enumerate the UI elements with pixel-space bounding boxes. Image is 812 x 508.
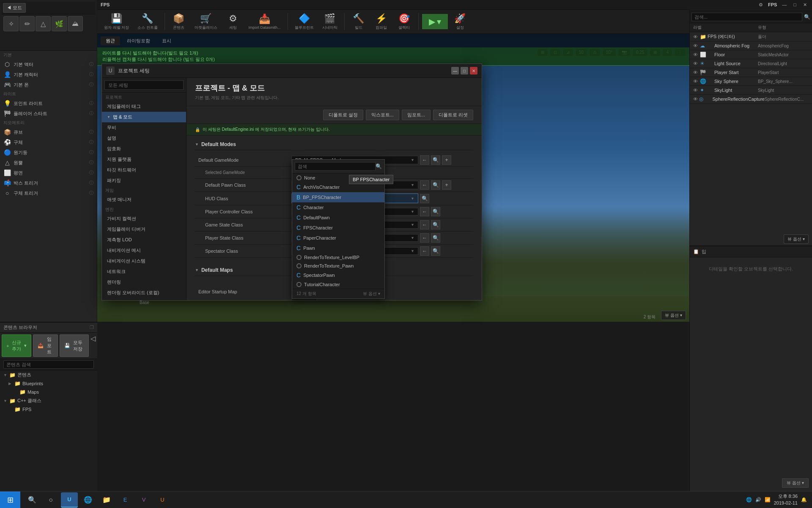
mode-item-playerstart[interactable]: 🏁 플레이어 스타트 ⓘ xyxy=(0,108,97,119)
tree-cpp[interactable]: ▼ 📁 C++ 클래스 xyxy=(0,396,97,405)
scene-icon-4[interactable]: ⛰ xyxy=(68,16,83,31)
play-btn[interactable]: ▶ ▾ xyxy=(422,14,448,29)
taskbar-search-btn[interactable]: 🔍 xyxy=(24,492,41,508)
set-default-btn[interactable]: 디폴트로 설정 xyxy=(323,110,363,120)
vp-tab-perspective[interactable]: 원근 xyxy=(101,36,120,45)
outliner-search-input[interactable] xyxy=(691,13,802,21)
taskbar-ue4-btn[interactable]: U xyxy=(61,492,78,508)
outliner-row-skylight[interactable]: 👁 ✦ SkyLight SkyLight xyxy=(690,86,812,95)
dialog-minimize-btn[interactable]: — xyxy=(451,67,459,75)
cb-collapse-btn[interactable]: ❐ xyxy=(90,325,94,330)
vp-tab-show[interactable]: 표시 xyxy=(157,36,176,45)
taskbar-chrome-btn[interactable]: 🌐 xyxy=(80,492,96,508)
cb-collapse-left-btn[interactable]: ◁ xyxy=(91,334,96,357)
tree-maps[interactable]: 📁 Maps xyxy=(0,388,97,396)
cone-info-btn[interactable]: ⓘ xyxy=(89,160,93,166)
mode-item-cylinder[interactable]: 🔵 원기둥 ⓘ xyxy=(0,147,97,157)
tb-blueprint-btn[interactable]: 🔷 블루프린트 xyxy=(291,11,317,32)
outliner-row-fps[interactable]: 👁 📁 FPS (에디터) 폴더 xyxy=(690,32,812,41)
taskbar-explorer-btn[interactable]: 📁 xyxy=(98,492,115,508)
hud-search-icon[interactable]: 🔍 xyxy=(420,194,429,203)
sidebar-streaming[interactable]: 스트리밍 xyxy=(102,298,186,300)
pc-arrow-btn[interactable]: ← xyxy=(420,207,429,216)
pawn-arrow-btn[interactable]: ← xyxy=(420,180,429,190)
mode-item-pawn[interactable]: 🎮 기본 폰 ⓘ xyxy=(0,80,97,90)
tb-source-btn[interactable]: 🔧 소스 컨트롤 xyxy=(134,11,161,32)
dp-tutorial[interactable]: TutorialCharacter xyxy=(292,280,384,289)
reset-default-btn[interactable]: 디폴트로 리셋 xyxy=(433,110,473,120)
mode-item-cone[interactable]: △ 원뿔 ⓘ xyxy=(0,157,97,168)
dp-rtlevel[interactable]: RenderToTexture_LevelBP xyxy=(292,253,384,262)
dp-search-input[interactable] xyxy=(295,162,376,171)
ps-arrow-btn[interactable]: ← xyxy=(420,233,429,243)
outliner-view-options-btn[interactable]: 뷰 옵션 ▾ xyxy=(784,235,809,244)
gamemode-add-btn[interactable]: + xyxy=(442,155,451,165)
pawn-add-btn[interactable]: + xyxy=(442,180,451,190)
spheretrigger-info-btn[interactable]: ⓘ xyxy=(89,190,93,196)
sphere-info-btn[interactable]: ⓘ xyxy=(89,139,93,145)
scene-icon-1[interactable]: ✏ xyxy=(19,16,35,31)
pointlight-info-btn[interactable]: ⓘ xyxy=(89,100,93,106)
outliner-row-atmos[interactable]: 👁 ☁ Atmospheric Fog AtmosphericFog xyxy=(690,41,812,50)
tree-content[interactable]: ▼ 📁 콘텐츠 xyxy=(0,370,97,379)
tb-build-btn[interactable]: 🔨 빌드 xyxy=(348,11,369,32)
tb-content-btn[interactable]: 📦 콘텐츠 xyxy=(168,11,189,32)
tb-cinematic-btn[interactable]: 🎬 시네마틱 xyxy=(319,11,341,32)
sidebar-gameplay-debugger[interactable]: 게임플레이 디버거 xyxy=(102,224,186,235)
tb-compile-btn[interactable]: ⚡ 컴파일 xyxy=(371,11,392,32)
pawn-info-btn[interactable]: ⓘ xyxy=(89,82,93,88)
taskbar-ue-editor-btn[interactable]: U xyxy=(154,492,171,508)
taskbar-vs-btn[interactable]: V xyxy=(135,492,152,508)
tb-launch-btn[interactable]: 🚀 설정 xyxy=(450,11,471,32)
outliner-view-options[interactable]: 뷰 옵션 ▾ xyxy=(784,235,809,244)
dp-fpschr[interactable]: C FPSCharacter xyxy=(292,223,384,233)
tb-select-btn[interactable]: 🎯 셀렉티 xyxy=(394,11,415,32)
tb-market-btn[interactable]: 🛒 마켓플레이스 xyxy=(191,11,221,32)
sidebar-navsystem[interactable]: 내비게이션 시스템 xyxy=(102,256,186,266)
mode-item-cube[interactable]: 📦 큐브 ⓘ xyxy=(0,127,97,137)
dp-spectator[interactable]: C SpectatorPawn xyxy=(292,270,384,280)
mode-item-pointlight[interactable]: 💡 포인트 라이트 ⓘ xyxy=(0,98,97,108)
dp-rtpawn[interactable]: RenderToTexture_Pawn xyxy=(292,262,384,270)
outliner-row-sphere-reflect[interactable]: 👁 ◎ SphereReflectionCapture SphereReflec… xyxy=(690,95,812,104)
tb-settings-btn[interactable]: ⚙ 세팅 xyxy=(222,11,244,32)
tb-save-btn[interactable]: 💾 원자 레벨 저장 xyxy=(101,11,132,32)
scene-icon-3[interactable]: 🌿 xyxy=(52,16,67,31)
mode-item-boxtrigger[interactable]: 📫 박스 트리거 ⓘ xyxy=(0,178,97,188)
vp-view-options-btn[interactable]: 뷰 옵션 ▾ xyxy=(661,311,686,320)
dp-paperchr[interactable]: C PaperCharacter xyxy=(292,233,384,243)
scene-icon-2[interactable]: △ xyxy=(36,16,51,31)
dp-view-options-btn[interactable]: 뷰 옵션 ▾ xyxy=(363,291,380,297)
taskbar-epic-btn[interactable]: E xyxy=(117,492,134,508)
mode-item-sphere[interactable]: ⚽ 구체 ⓘ xyxy=(0,137,97,147)
sidebar-rendering-local[interactable]: 렌더링 오버라이드 (로컬) xyxy=(102,287,186,298)
mode-toggle-btn[interactable]: ◀ 모드 xyxy=(3,3,26,13)
plane-info-btn[interactable]: ⓘ xyxy=(89,170,93,176)
char-info-btn[interactable]: ⓘ xyxy=(89,72,93,77)
sidebar-target-hw[interactable]: 타깃 하드웨어 xyxy=(102,165,186,175)
sidebar-movie[interactable]: 무비 xyxy=(102,122,186,133)
default-modes-header[interactable]: ▼ Default Modes xyxy=(195,139,473,150)
actor-info-btn[interactable]: ⓘ xyxy=(89,61,93,67)
gamemode-search-btn[interactable]: 🔍 xyxy=(431,155,440,165)
outliner-row-lightsource[interactable]: 👁 ☀ Light Source DirectionalLight xyxy=(690,59,812,68)
new-add-btn[interactable]: + 신규 추가 ▾ xyxy=(2,334,31,357)
outliner-row-floor[interactable]: 👁 ⬜ Floor StaticMeshActor xyxy=(690,50,812,59)
mode-item-plane[interactable]: ⬜ 평면 ⓘ xyxy=(0,168,97,178)
dp-defaultpawn[interactable]: C DefaultPawn xyxy=(292,213,384,223)
gs-arrow-btn[interactable]: ← xyxy=(420,220,429,229)
taskbar-start-btn[interactable]: ⊞ xyxy=(0,491,20,508)
dp-archvis[interactable]: C ArchVisCharacter xyxy=(292,182,384,192)
outliner-row-playerstart[interactable]: 👁 🏁 Player Start PlayerStart xyxy=(690,68,812,77)
taskbar-cortana-btn[interactable]: ○ xyxy=(42,492,59,508)
sidebar-encryption[interactable]: 암호화 xyxy=(102,144,186,154)
sidebar-lod[interactable]: 계측형 LOD xyxy=(102,235,186,245)
minimize-btn[interactable]: — xyxy=(780,1,788,8)
settings-icon[interactable]: ⚙ xyxy=(757,1,765,8)
sidebar-description[interactable]: 설명 xyxy=(102,133,186,144)
playerstart-info-btn[interactable]: ⓘ xyxy=(89,110,93,116)
sidebar-search-input[interactable] xyxy=(104,80,184,90)
import-settings-btn[interactable]: 임포트... xyxy=(402,110,431,120)
dp-pawn[interactable]: C Pawn xyxy=(292,243,384,253)
sidebar-rendering[interactable]: 렌더링 xyxy=(102,277,186,287)
